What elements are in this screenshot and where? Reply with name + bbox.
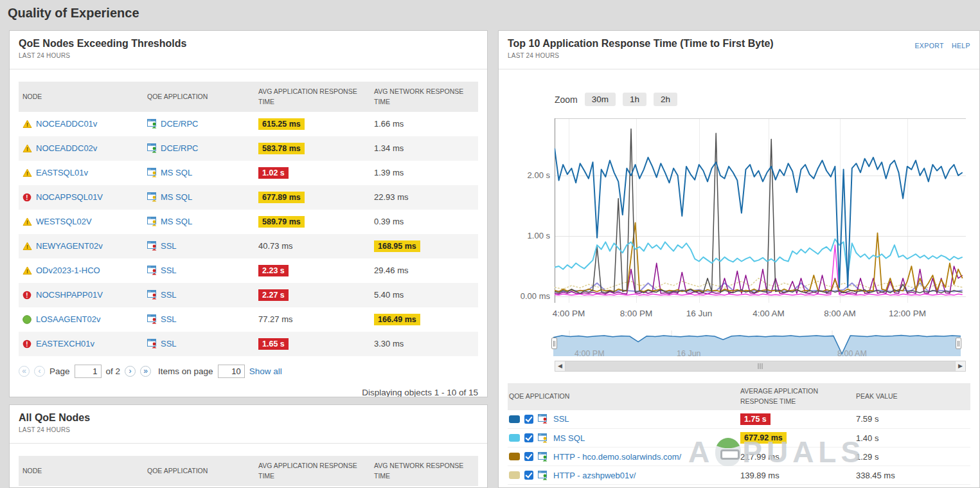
svg-text:!: ! [26, 244, 28, 250]
scroll-left-arrow[interactable]: ◀ [555, 361, 566, 371]
page-title: Quality of Experience [8, 6, 972, 21]
legend-application-link[interactable]: SSL [553, 414, 569, 424]
items-on-page-label: Items on page [158, 366, 213, 376]
y-axis-tick-label: 0.00 ms [499, 291, 550, 301]
svg-text:!: ! [26, 146, 28, 152]
column-header: NODE [19, 456, 143, 486]
node-link[interactable]: NOCEADDC02v [36, 143, 97, 153]
critical-status-icon: ! [22, 193, 32, 202]
application-link[interactable]: SSL [161, 290, 177, 300]
avg-network-response-value: 1.39 ms [374, 168, 404, 177]
pagination: « ‹ Page of 2 › » Items on page Show all [19, 365, 478, 378]
navigator-right-handle[interactable] [956, 338, 961, 349]
application-link[interactable]: SSL [161, 314, 177, 324]
legend-row: SSL1.75 s7.59 s [508, 410, 970, 429]
application-link[interactable]: MS SQL [161, 168, 192, 177]
node-link[interactable]: LOSAAGENT02v [36, 314, 100, 324]
series-checkbox[interactable] [524, 471, 533, 480]
panel-top10-title: Top 10 Application Response Time (Time t… [508, 38, 970, 50]
export-link[interactable]: EXPORT [914, 42, 943, 50]
node-link[interactable]: ODv2023-1-HCO [36, 266, 100, 275]
application-link[interactable]: SSL [161, 266, 177, 275]
legend-application-link[interactable]: MS SQL [553, 433, 585, 443]
application-link[interactable]: DCE/RPC [161, 119, 199, 129]
series-checkbox[interactable] [524, 415, 533, 424]
average-response-value: 677.92 ms [740, 432, 787, 444]
node-link[interactable]: WESTSQL02V [36, 217, 92, 226]
avg-network-response-value: 168.95 ms [374, 240, 420, 252]
application-link[interactable]: MS SQL [161, 192, 192, 202]
node-link[interactable]: NOCSHPAPP01V [36, 290, 103, 300]
x-axis-tick-label: 4:00 AM [740, 309, 797, 318]
legend-application-link[interactable]: HTTP - azshpweb01v/ [553, 471, 636, 480]
avg-network-response-value: 1.66 ms [374, 119, 404, 129]
column-header: AVG NETWORK RESPONSE TIME [370, 82, 478, 112]
zoom-30m-button[interactable]: 30m [585, 93, 616, 106]
node-link[interactable]: EASTSQL01v [36, 168, 88, 177]
peak-value: 338.45 ms [855, 466, 970, 485]
application-link[interactable]: MS SQL [161, 217, 192, 226]
chart-range-navigator[interactable]: 4:00 PM16 Jun8:00 AM [553, 330, 961, 359]
svg-text:!: ! [26, 268, 28, 275]
display-summary: Displaying objects 1 - 10 of 15 [19, 388, 478, 397]
avg-app-response-value: 615.25 ms [258, 118, 305, 130]
table-row: !NOCAPPSQL01VMS SQL677.89 ms22.93 ms [19, 185, 478, 210]
node-link[interactable]: EASTEXCH01v [36, 339, 94, 348]
items-per-page-input[interactable] [218, 365, 245, 378]
scroll-right-arrow[interactable]: ▶ [955, 361, 965, 371]
page-number-input[interactable] [75, 365, 102, 378]
series-checkbox[interactable] [524, 433, 533, 442]
warning-status-icon: ! [22, 217, 32, 226]
application-icon-red [147, 314, 158, 324]
legend-application-link[interactable]: HTTP - hco.demo.solarwinds.com/ [553, 452, 681, 462]
panel-all-subtitle: LAST 24 HOURS [19, 426, 478, 433]
warning-status-icon: ! [22, 120, 32, 129]
table-row: !EASTEXCH01vSSL1.65 s3.30 ms [19, 332, 478, 356]
table-row: !ODv2023-1-HCOSSL2.23 s29.46 ms [19, 258, 478, 283]
node-link[interactable]: NOCEADDC01v [36, 119, 97, 129]
series-checkbox[interactable] [524, 452, 533, 461]
table-row: LOSAAGENT02vSSL77.27 ms166.49 ms [19, 307, 478, 332]
legend-row: MS SQL677.92 ms1.40 s [508, 429, 970, 447]
column-header: AVG APPLICATION RESPONSE TIME [254, 82, 370, 112]
zoom-controls: Zoom 30m 1h 2h [555, 93, 677, 106]
avg-network-response-value: 29.46 ms [374, 266, 408, 275]
zoom-label: Zoom [555, 95, 578, 105]
first-page-button[interactable]: « [19, 366, 30, 377]
peak-value: 1.40 s [855, 429, 970, 447]
navigator-left-handle[interactable] [551, 338, 557, 349]
column-header: QOE APPLICATION [143, 456, 254, 486]
application-icon-green [538, 471, 549, 480]
prev-page-button[interactable]: ‹ [34, 366, 45, 377]
svg-text:!: ! [26, 122, 28, 128]
help-link[interactable]: HELP [952, 42, 970, 50]
show-all-link[interactable]: Show all [249, 366, 282, 376]
node-link[interactable]: NOCAPPSQL01V [36, 192, 103, 202]
application-icon-green [538, 452, 549, 462]
chart-plot-area[interactable] [555, 118, 966, 309]
x-axis-tick-label: 16 Jun [670, 309, 728, 318]
last-page-button[interactable]: » [140, 366, 151, 377]
average-response-value: 139.89 ms [740, 471, 780, 480]
application-link[interactable]: SSL [161, 241, 177, 251]
node-link[interactable]: NEWYAGENT02v [36, 241, 103, 251]
x-axis-tick-label: 4:00 PM [540, 309, 598, 318]
zoom-1h-button[interactable]: 1h [623, 93, 646, 106]
zoom-2h-button[interactable]: 2h [654, 93, 677, 106]
application-link[interactable]: SSL [161, 339, 177, 348]
chart-horizontal-scrollbar[interactable]: ◀ ▶ [555, 361, 966, 372]
next-page-button[interactable]: › [125, 366, 136, 377]
scrollbar-thumb[interactable] [566, 361, 955, 371]
scrollbar-grip [758, 363, 763, 369]
all-qoe-nodes-table: NODEQOE APPLICATIONAVG APPLICATION RESPO… [19, 456, 478, 486]
series-color-swatch [509, 453, 520, 460]
avg-app-response-value: 77.27 ms [258, 314, 292, 324]
x-axis-tick-label: 8:00 PM [607, 309, 665, 318]
svg-text:!: ! [26, 219, 28, 226]
avg-app-response-value: 677.89 ms [258, 192, 305, 203]
application-icon-red [538, 414, 549, 424]
application-icon-green [147, 119, 158, 129]
panel-top10-head: Top 10 Application Response Time (Time t… [499, 31, 979, 69]
table-row: !NOCEADDC01vDCE/RPC615.25 ms1.66 ms [19, 112, 478, 136]
application-link[interactable]: DCE/RPC [161, 143, 199, 153]
